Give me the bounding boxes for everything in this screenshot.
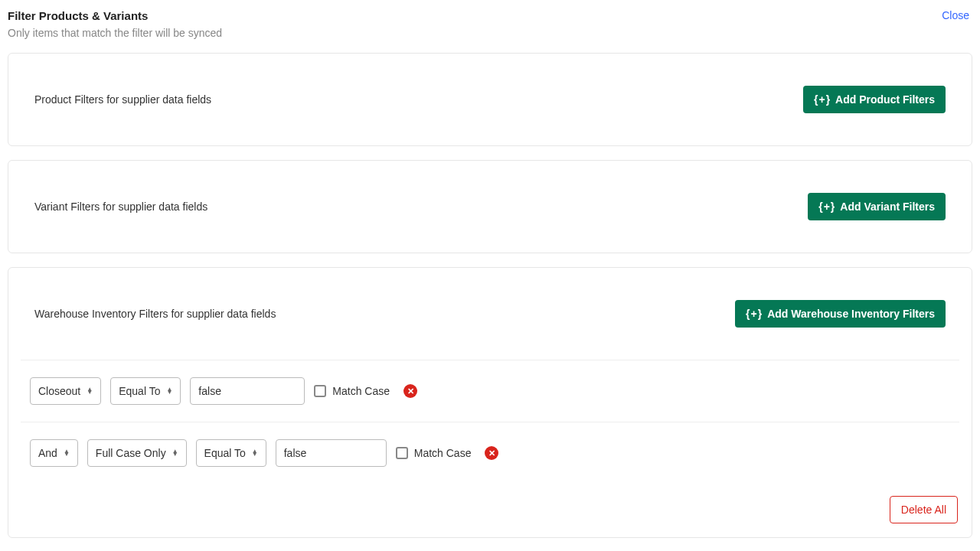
match-case-checkbox[interactable] — [314, 385, 326, 397]
delete-row-icon[interactable]: ✕ — [403, 384, 417, 398]
warehouse-filters-card: Warehouse Inventory Filters for supplier… — [8, 267, 972, 538]
add-product-filters-button[interactable]: {+} Add Product Filters — [803, 86, 946, 113]
sort-icon: ▲▼ — [166, 388, 172, 394]
field-select-value: Closeout — [38, 385, 80, 397]
sort-icon: ▲▼ — [252, 450, 258, 456]
conjunction-select-value: And — [38, 447, 57, 459]
operator-select[interactable]: Equal To ▲▼ — [196, 439, 266, 467]
variant-filters-card: Variant Filters for supplier data fields… — [8, 160, 972, 253]
plus-braces-icon: {+} — [818, 201, 835, 213]
sort-icon: ▲▼ — [87, 388, 93, 394]
conjunction-select[interactable]: And ▲▼ — [30, 439, 78, 467]
plus-braces-icon: {+} — [814, 93, 831, 106]
product-filters-card: Product Filters for supplier data fields… — [8, 53, 972, 146]
delete-all-button[interactable]: Delete All — [890, 496, 958, 523]
add-product-filters-label: Add Product Filters — [835, 93, 935, 106]
variant-filters-label: Variant Filters for supplier data fields — [34, 201, 207, 213]
match-case-checkbox[interactable] — [396, 447, 408, 459]
operator-select-value: Equal To — [204, 447, 246, 459]
add-variant-filters-label: Add Variant Filters — [840, 201, 935, 213]
product-filters-label: Product Filters for supplier data fields — [34, 93, 211, 106]
field-select[interactable]: Full Case Only ▲▼ — [87, 439, 187, 467]
add-warehouse-filters-label: Add Warehouse Inventory Filters — [767, 308, 935, 320]
field-select[interactable]: Closeout ▲▼ — [30, 377, 101, 405]
plus-braces-icon: {+} — [746, 308, 763, 320]
sort-icon: ▲▼ — [172, 450, 178, 456]
field-select-value: Full Case Only — [96, 447, 166, 459]
value-input[interactable] — [276, 439, 387, 467]
operator-select[interactable]: Equal To ▲▼ — [110, 377, 181, 405]
match-case-label: Match Case — [332, 385, 390, 397]
sort-icon: ▲▼ — [64, 450, 70, 456]
add-variant-filters-button[interactable]: {+} Add Variant Filters — [808, 193, 946, 220]
value-input[interactable] — [190, 377, 305, 405]
match-case-label: Match Case — [414, 447, 472, 459]
filter-row: And ▲▼ Full Case Only ▲▼ Equal To ▲▼ Mat… — [8, 422, 972, 484]
add-warehouse-filters-button[interactable]: {+} Add Warehouse Inventory Filters — [735, 300, 946, 328]
page-subtitle: Only items that match the filter will be… — [8, 27, 972, 39]
warehouse-filters-label: Warehouse Inventory Filters for supplier… — [34, 308, 276, 320]
delete-row-icon[interactable]: ✕ — [485, 446, 498, 460]
page-title: Filter Products & Variants — [8, 9, 148, 22]
operator-select-value: Equal To — [119, 385, 160, 397]
filter-row: Closeout ▲▼ Equal To ▲▼ Match Case ✕ — [8, 360, 972, 422]
close-link[interactable]: Close — [942, 9, 972, 21]
